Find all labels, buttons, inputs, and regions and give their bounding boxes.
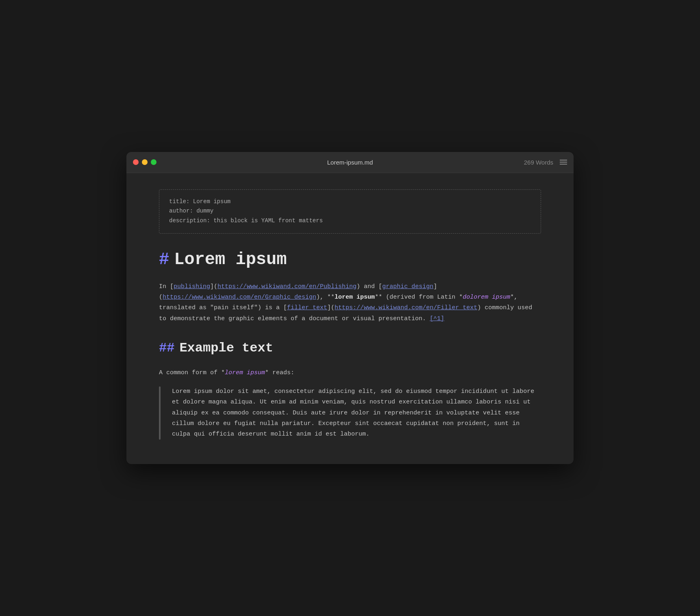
close-button[interactable] bbox=[133, 159, 139, 165]
minimize-button[interactable] bbox=[142, 159, 148, 165]
h1-text: Lorem ipsum bbox=[174, 250, 287, 269]
app-window: Lorem-ipsum.md 269 Words title: Lorem ip… bbox=[126, 152, 574, 464]
menu-line-2 bbox=[560, 162, 567, 163]
menu-line-1 bbox=[560, 160, 567, 161]
window-title: Lorem-ipsum.md bbox=[327, 159, 373, 166]
yaml-frontmatter: title: Lorem ipsum author: dummy descrip… bbox=[159, 189, 541, 234]
graphic-design-url[interactable]: https://www.wikiwand.com/en/Graphic_desi… bbox=[163, 294, 316, 301]
h2-text: Example text bbox=[179, 341, 273, 356]
h2-hash: ## bbox=[159, 341, 174, 356]
h1-heading: # Lorem ipsum bbox=[159, 250, 541, 269]
content-area: title: Lorem ipsum author: dummy descrip… bbox=[126, 173, 574, 464]
h2-heading: ## Example text bbox=[159, 341, 541, 356]
word-count: 269 Words bbox=[524, 159, 553, 166]
maximize-button[interactable] bbox=[151, 159, 157, 165]
filler-text-link[interactable]: filler_text bbox=[287, 304, 327, 311]
publishing-link[interactable]: publishing bbox=[174, 283, 210, 290]
italic-lorem-ipsum-2: lorem ipsum bbox=[225, 369, 265, 376]
example-intro: A common form of *lorem ipsum* reads: bbox=[159, 368, 541, 378]
h1-hash: # bbox=[159, 250, 169, 269]
yaml-line-1: title: Lorem ipsum bbox=[169, 197, 531, 207]
italic-dolorem: dolorem ipsum bbox=[463, 294, 510, 301]
main-paragraph: In [publishing](https://www.wikiwand.com… bbox=[159, 282, 541, 324]
bold-lorem-ipsum: lorem ipsum bbox=[335, 294, 375, 301]
yaml-line-2: author: dummy bbox=[169, 206, 531, 216]
blockquote: Lorem ipsum dolor sit amet, consectetur … bbox=[159, 386, 541, 440]
titlebar-right: 269 Words bbox=[524, 159, 567, 166]
menu-line-3 bbox=[560, 164, 567, 165]
publishing-url[interactable]: https://www.wikiwand.com/en/Publishing bbox=[217, 283, 357, 290]
yaml-line-3: description: this block is YAML front ma… bbox=[169, 216, 531, 226]
titlebar: Lorem-ipsum.md 269 Words bbox=[126, 152, 574, 173]
footnote-ref[interactable]: [^1] bbox=[430, 315, 444, 322]
blockquote-text: Lorem ipsum dolor sit amet, consectetur … bbox=[161, 386, 541, 440]
graphic-design-link[interactable]: graphic_design bbox=[382, 283, 433, 290]
menu-icon[interactable] bbox=[560, 160, 567, 165]
filler-text-url[interactable]: https://www.wikiwand.com/en/Filler_text bbox=[335, 304, 477, 311]
traffic-lights bbox=[133, 159, 157, 165]
